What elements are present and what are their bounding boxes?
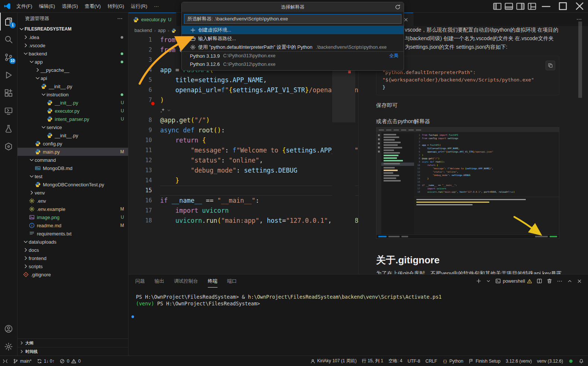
- statusbar-item-crlf[interactable]: CRLF: [423, 356, 440, 366]
- code-line[interactable]: 6 openapi_url=f"{settings.API_V1_STR}/op…: [128, 85, 358, 95]
- tree-item-.idea[interactable]: .idea: [18, 33, 128, 41]
- tree-item-frontend[interactable]: frontend: [18, 254, 128, 262]
- tree-item-main.py[interactable]: main.pyM: [18, 148, 128, 156]
- activitybar-tools[interactable]: [0, 138, 17, 155]
- quickpick-item-1[interactable]: 输入解释器路径...: [182, 34, 404, 43]
- toggle-panel-icon[interactable]: [503, 1, 515, 11]
- tree-item-__init__.py[interactable]: __init__.py: [18, 131, 128, 139]
- split-terminal-icon[interactable]: [537, 278, 542, 284]
- tree-item-__init__.py[interactable]: __init__.py: [18, 82, 128, 90]
- panel-tab-输出[interactable]: 输出: [155, 274, 164, 288]
- quickpick-item-3[interactable]: Python 3.13.9C:\Python313\python.exe全局: [182, 51, 404, 60]
- activitybar-run-debug[interactable]: [0, 66, 17, 84]
- interpreter-input[interactable]: 所选解释器: .\backend\venv\Scripts\python.exe: [184, 14, 401, 24]
- chevron-down-icon[interactable]: [486, 279, 491, 283]
- toggle-secondary-sidebar-icon[interactable]: [515, 1, 526, 11]
- tree-item-mongodbconnectiontest.py[interactable]: MongoDBConnectionTest.py: [18, 180, 128, 189]
- code-line[interactable]: 12 "status": "online",: [128, 155, 358, 166]
- terminal-instance-item[interactable]: powershell: [495, 278, 532, 284]
- tree-item-readme.md[interactable]: readme.mdM: [18, 221, 128, 229]
- tree-item-executor.py[interactable]: executor.pyU: [18, 107, 128, 115]
- tree-item-data-uploads[interactable]: data\uploads: [18, 238, 128, 246]
- tree-item-backend[interactable]: backend: [18, 49, 128, 58]
- new-terminal-icon[interactable]: [476, 278, 481, 284]
- tree-item-api[interactable]: api: [18, 74, 128, 82]
- activitybar-remote-explorer[interactable]: [0, 102, 17, 120]
- quickpick-item-4[interactable]: Python 3.12.6C:\Python312\python.exe: [182, 60, 404, 68]
- code-line[interactable]: 10 return {: [128, 135, 358, 145]
- activitybar-account[interactable]: [0, 320, 17, 338]
- toggle-sidebar-icon[interactable]: [492, 1, 503, 11]
- preview-scrollbar[interactable]: [578, 22, 582, 98]
- statusbar-item-finish-setup[interactable]: Finish Setup: [466, 356, 503, 366]
- activitybar-explorer[interactable]: 1: [0, 13, 17, 30]
- panel-tab-调试控制台[interactable]: 调试控制台: [174, 274, 198, 288]
- statusbar-item[interactable]: [576, 356, 587, 366]
- tree-item-mongodb.md[interactable]: MongoDB.md: [18, 164, 128, 172]
- tree-item-service[interactable]: service: [18, 123, 128, 131]
- copy-code-button[interactable]: [546, 61, 555, 70]
- close-panel-icon[interactable]: [577, 279, 582, 284]
- tree-item-__init__.py[interactable]: __init__.pyU: [18, 99, 128, 107]
- code-line[interactable]: 17 import uvicorn: [128, 206, 358, 216]
- menubar-item[interactable]: 编辑(E): [36, 1, 58, 11]
- panel-tab-问题[interactable]: 问题: [135, 274, 145, 288]
- activitybar-extensions[interactable]: [0, 84, 17, 102]
- tree-item-docs[interactable]: docs: [18, 246, 128, 254]
- command-decoration-dot[interactable]: [131, 315, 134, 318]
- menubar-item[interactable]: 转到(G): [104, 1, 128, 11]
- tree-item-config.py[interactable]: config.py: [18, 139, 128, 148]
- tree-item-.env[interactable]: .env: [18, 197, 128, 205]
- activitybar-testing[interactable]: [0, 120, 17, 138]
- sync-changes-item[interactable]: 1↓ 0↑: [34, 356, 57, 366]
- terminal[interactable]: PS H:\OwnProject\FilesReadSysteam> & h:\…: [128, 288, 588, 307]
- code-line[interactable]: 8@app.get("/"): [128, 115, 358, 125]
- timeline-section[interactable]: 时间线: [18, 347, 128, 356]
- tree-item-.vscode[interactable]: .vscode: [18, 41, 128, 49]
- panel-tab-端口[interactable]: 端口: [227, 274, 237, 288]
- tree-item-.gitignore[interactable]: .gitignore: [18, 270, 128, 279]
- copilot-sparkle-icon[interactable]: [160, 107, 166, 113]
- sidebar-more-icon[interactable]: [117, 16, 123, 22]
- code-line[interactable]: 11 "message": f"Welcome to {settings.APP…: [128, 145, 358, 155]
- menubar-more[interactable]: ···: [150, 2, 162, 10]
- statusbar-item-kiriaky-107-1-[interactable]: KiriAky 107 (1 周前): [308, 356, 359, 366]
- statusbar-item-3-12-6-venv-[interactable]: 3.12.6 (venv): [503, 356, 534, 366]
- statusbar-item-python[interactable]: {}Python: [440, 356, 466, 366]
- tree-item-image.png[interactable]: image.pngU: [18, 213, 128, 221]
- git-branch-item[interactable]: main*: [10, 356, 34, 366]
- menubar-item[interactable]: 选择(S): [58, 1, 81, 11]
- tree-item-app[interactable]: app: [18, 58, 128, 66]
- statusbar-item--15-1[interactable]: 行 15, 列 1: [359, 356, 386, 366]
- tree-item-scripts[interactable]: scripts: [18, 262, 128, 270]
- tree-item-__pycache__[interactable]: __pycache__: [18, 66, 128, 74]
- statusbar-item--4[interactable]: 空格: 4: [386, 356, 405, 366]
- quickpick-item-2[interactable]: 使用 "python.defaultInterpreterPath" 设置中的 …: [182, 43, 404, 51]
- maximize-button[interactable]: [554, 0, 571, 12]
- code-line[interactable]: 14 }: [128, 176, 358, 186]
- statusbar-item[interactable]: [566, 356, 576, 366]
- more-actions-icon[interactable]: [557, 278, 563, 284]
- tab-executor-py[interactable]: executor.py U: [128, 13, 176, 26]
- panel-tab-终端[interactable]: 终端: [208, 274, 217, 288]
- activitybar-source-control[interactable]: 10: [0, 48, 17, 66]
- breadcrumb-item[interactable]: app: [158, 28, 166, 33]
- quickpick-item-meta[interactable]: 全局: [389, 53, 398, 59]
- minimize-button[interactable]: [538, 0, 554, 12]
- breadcrumb-item[interactable]: backend: [134, 28, 152, 33]
- code-line[interactable]: 5 title=settings.APP_NAME,: [128, 75, 358, 85]
- close-icon[interactable]: [403, 17, 409, 22]
- statusbar-item-utf-8[interactable]: UTF-8: [405, 356, 423, 366]
- tree-item-venv[interactable]: venv: [18, 189, 128, 197]
- statusbar-item-venv-3-12-6-[interactable]: venv (3.12.6): [534, 356, 566, 366]
- menubar-item[interactable]: 文件(F): [13, 1, 36, 11]
- outline-section[interactable]: 大纲: [18, 338, 128, 347]
- customize-layout-icon[interactable]: [526, 1, 538, 11]
- code-line[interactable]: 18 uvicorn.run("main:app", host="127.0.0…: [128, 216, 358, 226]
- tree-item-intent_parser.py[interactable]: intent_parser.pyU: [18, 115, 128, 123]
- kill-terminal-icon[interactable]: [547, 278, 552, 284]
- code-line[interactable]: 13 "debug_mode": settings.DEBUG: [128, 166, 358, 176]
- code-line[interactable]: 16if __name__ == "__main__":: [128, 196, 358, 206]
- activitybar-settings[interactable]: [0, 338, 17, 356]
- tree-item-requirements.txt[interactable]: requirements.txt: [18, 229, 128, 238]
